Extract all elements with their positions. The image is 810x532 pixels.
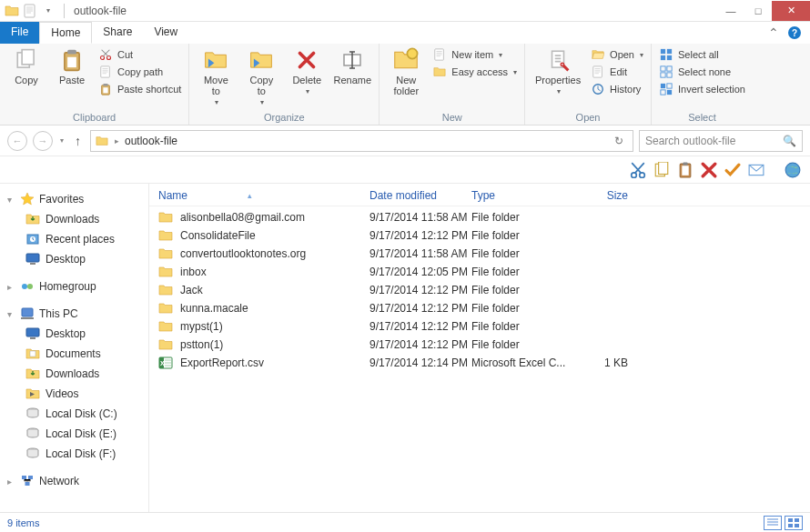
cell-type: File folder <box>471 284 573 296</box>
chevron-down-icon[interactable]: ▾ <box>7 309 15 319</box>
column-header-name[interactable]: Name▴ <box>158 189 370 202</box>
delete-button[interactable]: Delete▾ <box>288 47 326 95</box>
column-header-type[interactable]: Type <box>471 189 573 202</box>
table-row[interactable]: alisonbella08@gmail.com9/17/2014 11:58 A… <box>149 208 810 226</box>
back-button[interactable]: ← <box>7 131 27 151</box>
properties-button[interactable]: Properties▾ <box>532 47 583 95</box>
move-to-button[interactable]: Move to▾ <box>197 47 235 106</box>
rename-button[interactable]: Rename <box>333 47 371 85</box>
help-icon[interactable]: ? <box>788 26 801 39</box>
disk-icon <box>25 407 40 421</box>
check-icon[interactable] <box>724 162 741 178</box>
select-all-button[interactable]: Select all <box>659 47 745 62</box>
sidebar-item[interactable]: Recent places <box>0 229 148 249</box>
sidebar-item[interactable]: Local Disk (E:) <box>0 424 148 444</box>
refresh-button[interactable]: ↻ <box>609 135 629 147</box>
sidebar-item[interactable]: Local Disk (C:) <box>0 404 148 424</box>
up-button[interactable]: ↑ <box>71 134 85 148</box>
table-row[interactable]: kunna.macale9/17/2014 12:12 PMFile folde… <box>149 299 810 317</box>
new-doc-icon[interactable] <box>22 3 38 19</box>
svg-rect-53 <box>795 524 799 527</box>
breadcrumb-separator-icon[interactable]: ▸ <box>115 136 119 146</box>
table-row[interactable]: inbox9/17/2014 12:05 PMFile folder <box>149 263 810 281</box>
column-header-size[interactable]: Size <box>573 189 628 202</box>
qat-dropdown-icon[interactable]: ▾ <box>40 3 56 19</box>
icons-view-button[interactable] <box>785 516 803 530</box>
table-row[interactable]: convertoutlooktonotes.org9/17/2014 11:58… <box>149 245 810 263</box>
chevron-right-icon[interactable]: ▸ <box>7 282 15 292</box>
paste-shortcut-button[interactable]: Paste shortcut <box>98 82 181 96</box>
cell-date: 9/17/2014 12:05 PM <box>370 266 471 278</box>
new-folder-button[interactable]: New folder <box>387 47 425 96</box>
invert-selection-button[interactable]: Invert selection <box>659 82 745 96</box>
table-row[interactable]: mypst(1)9/17/2014 12:12 PMFile folder <box>149 317 810 336</box>
cell-type: Microsoft Excel C... <box>471 356 573 369</box>
column-header-date[interactable]: Date modified <box>370 189 471 202</box>
sidebar-item-homegroup[interactable]: ▸Homegroup <box>0 276 148 296</box>
sidebar-item[interactable]: Desktop <box>0 249 148 269</box>
cell-date: 9/17/2014 12:12 PM <box>370 338 471 351</box>
chevron-down-icon[interactable]: ▾ <box>7 195 15 205</box>
cell-type: File folder <box>471 247 573 260</box>
sidebar-item[interactable]: Videos <box>0 384 148 404</box>
paste-button[interactable]: Paste <box>53 47 91 85</box>
minimize-button[interactable]: — <box>717 1 744 21</box>
edit-button[interactable]: Edit <box>591 65 643 79</box>
table-row[interactable]: ExportReport.csv9/17/2014 12:14 PMMicros… <box>149 354 810 372</box>
cell-name: ConsolidateFile <box>180 229 370 242</box>
quick-access-toolbar: ▾ <box>0 3 60 19</box>
folder-icon <box>158 210 173 225</box>
copy-button[interactable]: Copy <box>7 47 46 85</box>
sidebar-item[interactable]: Downloads <box>0 209 148 229</box>
cut-button[interactable]: Cut <box>98 47 181 62</box>
new-item-button[interactable]: New item▾ <box>432 47 517 62</box>
sidebar-item-label: Downloads <box>46 213 99 226</box>
table-row[interactable]: pstton(1)9/17/2014 12:12 PMFile folder <box>149 336 810 354</box>
cell-date: 9/17/2014 12:12 PM <box>370 284 471 296</box>
tab-home[interactable]: Home <box>39 22 92 44</box>
table-row[interactable]: ConsolidateFile9/17/2014 12:12 PMFile fo… <box>149 226 810 245</box>
copy-to-button[interactable]: Copy to▾ <box>242 47 280 106</box>
history-button[interactable]: History <box>591 82 643 96</box>
nav-history-dropdown-icon[interactable]: ▾ <box>58 136 66 145</box>
folder-icon <box>158 265 173 279</box>
copy-docs-icon[interactable] <box>653 162 670 178</box>
easy-access-button[interactable]: Easy access▾ <box>432 65 517 79</box>
search-input[interactable]: Search outlook-file 🔍 <box>639 130 803 152</box>
folder-icon[interactable] <box>4 3 20 19</box>
globe-icon[interactable] <box>785 162 801 178</box>
tab-view[interactable]: View <box>143 22 188 44</box>
address-box[interactable]: ▸ outlook-file ↻ <box>90 130 633 152</box>
sidebar-item[interactable]: Documents <box>0 344 148 364</box>
item-count: 9 items <box>7 517 39 528</box>
clipboard-icon[interactable] <box>677 162 694 178</box>
tab-file[interactable]: File <box>0 22 39 44</box>
sidebar-item[interactable]: Downloads <box>0 364 148 384</box>
sidebar-item-favorites[interactable]: ▾Favorites <box>0 189 148 209</box>
copy-path-button[interactable]: Copy path <box>98 65 181 79</box>
table-row[interactable]: Jack9/17/2014 12:12 PMFile folder <box>149 281 810 299</box>
breadcrumb[interactable]: outlook-file <box>125 135 177 147</box>
sidebar-item[interactable]: Local Disk (F:) <box>0 444 148 464</box>
excel-icon <box>158 356 173 370</box>
custom-toolbar <box>0 156 810 184</box>
sidebar-item-label: Local Disk (E:) <box>46 427 116 440</box>
open-button[interactable]: Open▾ <box>591 47 643 62</box>
documents-icon <box>25 346 40 361</box>
close-button[interactable]: ✕ <box>772 1 810 21</box>
ribbon: Copy Paste Cut Copy path Paste shortcut … <box>0 44 810 125</box>
select-none-button[interactable]: Select none <box>659 65 745 79</box>
sidebar-item[interactable]: Desktop <box>0 324 148 344</box>
sidebar-item-thispc[interactable]: ▾This PC <box>0 304 148 324</box>
envelope-icon[interactable] <box>748 162 764 178</box>
chevron-right-icon[interactable]: ▸ <box>7 477 15 487</box>
tab-share[interactable]: Share <box>92 22 143 44</box>
cell-type: File folder <box>471 229 573 242</box>
delete-x-icon[interactable] <box>701 162 717 178</box>
sidebar-item-network[interactable]: ▸Network <box>0 471 148 491</box>
collapse-ribbon-icon[interactable]: ⌃ <box>768 25 779 40</box>
forward-button[interactable]: → <box>33 131 53 151</box>
maximize-button[interactable]: □ <box>744 1 772 21</box>
scissors-icon[interactable] <box>630 162 646 178</box>
details-view-button[interactable] <box>764 516 782 530</box>
